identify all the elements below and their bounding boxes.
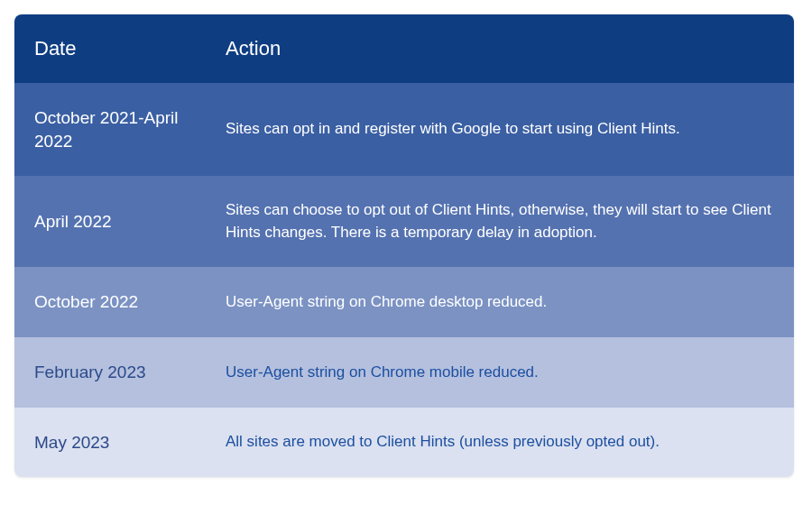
cell-action: Sites can choose to opt out of Client Hi…: [226, 176, 794, 267]
cell-date: April 2022: [14, 187, 226, 257]
cell-action: All sites are moved to Client Hints (unl…: [226, 408, 794, 477]
timeline-table: Date Action October 2021-April 2022 Site…: [14, 14, 794, 477]
cell-date: October 2021-April 2022: [14, 83, 226, 176]
table-header-row: Date Action: [14, 14, 794, 83]
cell-date: February 2023: [14, 337, 226, 408]
cell-date: May 2023: [14, 408, 226, 478]
cell-action: User-Agent string on Chrome mobile reduc…: [226, 338, 794, 408]
header-action: Action: [226, 14, 794, 83]
table-row: April 2022 Sites can choose to opt out o…: [14, 176, 794, 267]
cell-action: Sites can opt in and register with Googl…: [226, 95, 794, 164]
cell-date: October 2022: [14, 267, 226, 337]
table-row: October 2021-April 2022 Sites can opt in…: [14, 83, 794, 176]
table-row: May 2023 All sites are moved to Client H…: [14, 408, 794, 478]
table-row: October 2022 User-Agent string on Chrome…: [14, 267, 794, 337]
cell-action: User-Agent string on Chrome desktop redu…: [226, 268, 794, 337]
header-date: Date: [14, 15, 226, 82]
table-row: February 2023 User-Agent string on Chrom…: [14, 337, 794, 408]
